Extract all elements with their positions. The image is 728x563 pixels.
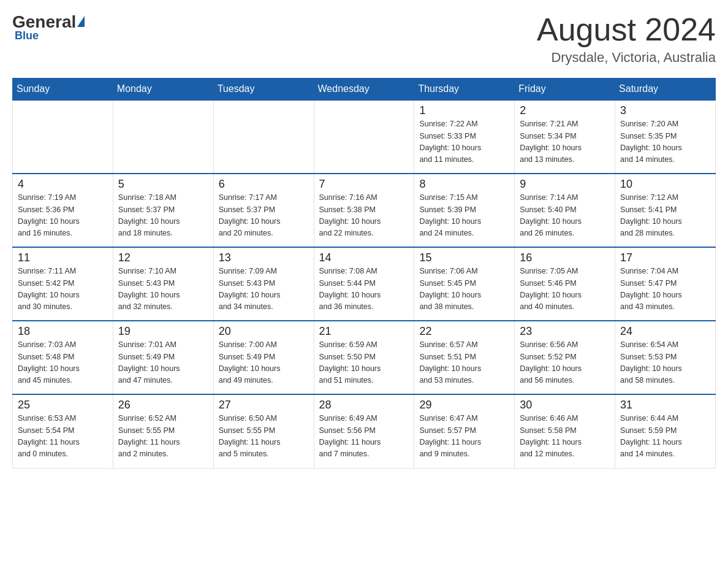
day-number: 26 (118, 399, 208, 412)
logo-triangle-icon (77, 16, 85, 27)
calendar-cell-2: 2Sunrise: 7:21 AM Sunset: 5:34 PM Daylig… (515, 100, 615, 174)
day-info: Sunrise: 7:22 AM Sunset: 5:33 PM Dayligh… (419, 118, 509, 166)
calendar-cell-3: 3Sunrise: 7:20 AM Sunset: 5:35 PM Daylig… (615, 100, 716, 174)
day-info: Sunrise: 7:04 AM Sunset: 5:47 PM Dayligh… (620, 266, 710, 313)
calendar-cell-23: 23Sunrise: 6:56 AM Sunset: 5:52 PM Dayli… (515, 321, 615, 394)
day-number: 6 (219, 178, 309, 191)
day-number: 23 (520, 325, 610, 338)
day-number: 22 (419, 325, 509, 338)
calendar-cell-empty (314, 100, 414, 174)
day-info: Sunrise: 6:46 AM Sunset: 5:58 PM Dayligh… (520, 413, 610, 461)
day-number: 12 (118, 251, 208, 264)
weekday-header-thursday: Thursday (414, 79, 515, 101)
day-number: 21 (319, 325, 409, 338)
day-number: 5 (118, 178, 208, 191)
day-info: Sunrise: 7:10 AM Sunset: 5:43 PM Dayligh… (118, 266, 208, 313)
calendar-week-2: 4Sunrise: 7:19 AM Sunset: 5:36 PM Daylig… (13, 174, 716, 247)
logo: General Blue (12, 12, 85, 42)
weekday-header-sunday: Sunday (13, 79, 113, 101)
calendar-cell-21: 21Sunrise: 6:59 AM Sunset: 5:50 PM Dayli… (314, 321, 414, 394)
calendar-cell-9: 9Sunrise: 7:14 AM Sunset: 5:40 PM Daylig… (515, 174, 615, 247)
calendar-cell-24: 24Sunrise: 6:54 AM Sunset: 5:53 PM Dayli… (615, 321, 716, 394)
day-info: Sunrise: 7:16 AM Sunset: 5:38 PM Dayligh… (319, 192, 409, 240)
calendar-table: SundayMondayTuesdayWednesdayThursdayFrid… (12, 78, 716, 469)
calendar-cell-19: 19Sunrise: 7:01 AM Sunset: 5:49 PM Dayli… (113, 321, 213, 394)
day-info: Sunrise: 7:03 AM Sunset: 5:48 PM Dayligh… (18, 339, 108, 387)
page-header: General Blue August 2024 Drysdale, Victo… (12, 12, 716, 66)
day-info: Sunrise: 6:47 AM Sunset: 5:57 PM Dayligh… (419, 413, 509, 461)
day-info: Sunrise: 7:21 AM Sunset: 5:34 PM Dayligh… (520, 118, 610, 166)
calendar-cell-8: 8Sunrise: 7:15 AM Sunset: 5:39 PM Daylig… (414, 174, 515, 247)
day-number: 16 (520, 251, 610, 264)
weekday-header-monday: Monday (113, 79, 213, 101)
logo-blue-text: Blue (15, 29, 39, 42)
weekday-header-wednesday: Wednesday (314, 79, 414, 101)
calendar-cell-empty (113, 100, 213, 174)
day-info: Sunrise: 7:19 AM Sunset: 5:36 PM Dayligh… (18, 192, 108, 240)
day-info: Sunrise: 6:53 AM Sunset: 5:54 PM Dayligh… (18, 413, 108, 461)
day-info: Sunrise: 7:01 AM Sunset: 5:49 PM Dayligh… (118, 339, 208, 387)
month-title: August 2024 (537, 12, 716, 47)
calendar-cell-22: 22Sunrise: 6:57 AM Sunset: 5:51 PM Dayli… (414, 321, 515, 394)
day-info: Sunrise: 7:09 AM Sunset: 5:43 PM Dayligh… (219, 266, 309, 313)
day-number: 30 (520, 399, 610, 412)
calendar-cell-13: 13Sunrise: 7:09 AM Sunset: 5:43 PM Dayli… (213, 247, 314, 321)
day-number: 3 (620, 104, 710, 117)
day-number: 24 (620, 325, 710, 338)
calendar-cell-empty (13, 100, 113, 174)
day-number: 8 (419, 178, 509, 191)
calendar-cell-17: 17Sunrise: 7:04 AM Sunset: 5:47 PM Dayli… (615, 247, 716, 321)
calendar-cell-7: 7Sunrise: 7:16 AM Sunset: 5:38 PM Daylig… (314, 174, 414, 247)
day-number: 7 (319, 178, 409, 191)
calendar-cell-18: 18Sunrise: 7:03 AM Sunset: 5:48 PM Dayli… (13, 321, 113, 394)
calendar-cell-4: 4Sunrise: 7:19 AM Sunset: 5:36 PM Daylig… (13, 174, 113, 247)
day-number: 29 (419, 399, 509, 412)
weekday-header-row: SundayMondayTuesdayWednesdayThursdayFrid… (13, 79, 716, 101)
weekday-header-tuesday: Tuesday (213, 79, 314, 101)
day-number: 27 (219, 399, 309, 412)
day-number: 31 (620, 399, 710, 412)
calendar-cell-20: 20Sunrise: 7:00 AM Sunset: 5:49 PM Dayli… (213, 321, 314, 394)
location-title: Drysdale, Victoria, Australia (537, 50, 716, 66)
calendar-cell-16: 16Sunrise: 7:05 AM Sunset: 5:46 PM Dayli… (515, 247, 615, 321)
calendar-week-1: 1Sunrise: 7:22 AM Sunset: 5:33 PM Daylig… (13, 100, 716, 174)
day-number: 28 (319, 399, 409, 412)
day-info: Sunrise: 7:08 AM Sunset: 5:44 PM Dayligh… (319, 266, 409, 313)
day-number: 1 (419, 104, 509, 117)
day-info: Sunrise: 7:05 AM Sunset: 5:46 PM Dayligh… (520, 266, 610, 313)
calendar-cell-10: 10Sunrise: 7:12 AM Sunset: 5:41 PM Dayli… (615, 174, 716, 247)
title-section: August 2024 Drysdale, Victoria, Australi… (537, 12, 716, 66)
day-number: 25 (18, 399, 108, 412)
day-number: 2 (520, 104, 610, 117)
day-info: Sunrise: 7:15 AM Sunset: 5:39 PM Dayligh… (419, 192, 509, 240)
calendar-cell-30: 30Sunrise: 6:46 AM Sunset: 5:58 PM Dayli… (515, 394, 615, 468)
calendar-week-3: 11Sunrise: 7:11 AM Sunset: 5:42 PM Dayli… (13, 247, 716, 321)
day-info: Sunrise: 6:49 AM Sunset: 5:56 PM Dayligh… (319, 413, 409, 461)
calendar-cell-28: 28Sunrise: 6:49 AM Sunset: 5:56 PM Dayli… (314, 394, 414, 468)
calendar-cell-14: 14Sunrise: 7:08 AM Sunset: 5:44 PM Dayli… (314, 247, 414, 321)
day-info: Sunrise: 7:14 AM Sunset: 5:40 PM Dayligh… (520, 192, 610, 240)
day-info: Sunrise: 7:18 AM Sunset: 5:37 PM Dayligh… (118, 192, 208, 240)
day-info: Sunrise: 7:11 AM Sunset: 5:42 PM Dayligh… (18, 266, 108, 313)
calendar-cell-6: 6Sunrise: 7:17 AM Sunset: 5:37 PM Daylig… (213, 174, 314, 247)
calendar-cell-1: 1Sunrise: 7:22 AM Sunset: 5:33 PM Daylig… (414, 100, 515, 174)
day-info: Sunrise: 7:00 AM Sunset: 5:49 PM Dayligh… (219, 339, 309, 387)
day-number: 11 (18, 251, 108, 264)
calendar-week-4: 18Sunrise: 7:03 AM Sunset: 5:48 PM Dayli… (13, 321, 716, 394)
day-info: Sunrise: 6:57 AM Sunset: 5:51 PM Dayligh… (419, 339, 509, 387)
day-number: 14 (319, 251, 409, 264)
day-info: Sunrise: 6:54 AM Sunset: 5:53 PM Dayligh… (620, 339, 710, 387)
calendar-cell-31: 31Sunrise: 6:44 AM Sunset: 5:59 PM Dayli… (615, 394, 716, 468)
calendar-cell-11: 11Sunrise: 7:11 AM Sunset: 5:42 PM Dayli… (13, 247, 113, 321)
calendar-cell-empty (213, 100, 314, 174)
day-info: Sunrise: 7:17 AM Sunset: 5:37 PM Dayligh… (219, 192, 309, 240)
calendar-cell-27: 27Sunrise: 6:50 AM Sunset: 5:55 PM Dayli… (213, 394, 314, 468)
day-info: Sunrise: 6:52 AM Sunset: 5:55 PM Dayligh… (118, 413, 208, 461)
day-number: 18 (18, 325, 108, 338)
calendar-cell-15: 15Sunrise: 7:06 AM Sunset: 5:45 PM Dayli… (414, 247, 515, 321)
weekday-header-saturday: Saturday (615, 79, 716, 101)
day-number: 4 (18, 178, 108, 191)
day-number: 9 (520, 178, 610, 191)
day-info: Sunrise: 7:20 AM Sunset: 5:35 PM Dayligh… (620, 118, 710, 166)
calendar-cell-12: 12Sunrise: 7:10 AM Sunset: 5:43 PM Dayli… (113, 247, 213, 321)
